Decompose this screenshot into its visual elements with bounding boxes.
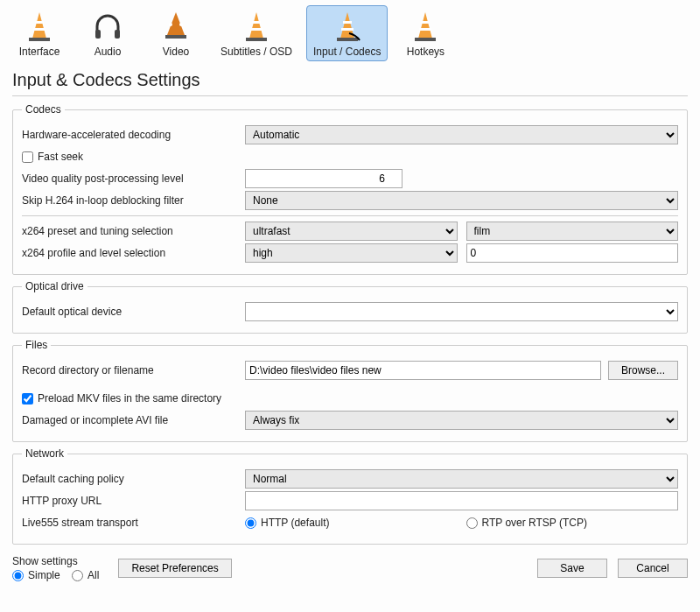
divider xyxy=(22,215,678,216)
film-icon xyxy=(158,9,193,44)
svg-rect-12 xyxy=(250,28,262,31)
x264-preset-label: x264 preset and tuning selection xyxy=(22,225,245,237)
record-dir-input[interactable] xyxy=(245,361,601,380)
preload-mkv-checkbox-label[interactable]: Preload MKV files in the same directory xyxy=(22,392,221,404)
files-legend: Files xyxy=(22,339,51,351)
live555-http-radio-label[interactable]: HTTP (default) xyxy=(245,517,458,529)
fast-seek-checkbox-label[interactable]: Fast seek xyxy=(22,151,83,163)
toolbar-label: Audio xyxy=(94,46,122,58)
hw-decoding-label: Hardware-accelerated decoding xyxy=(22,129,245,141)
network-group: Network Default caching policy Normal HT… xyxy=(12,447,688,545)
svg-rect-21 xyxy=(415,38,436,41)
cone-icon xyxy=(408,9,443,44)
svg-rect-19 xyxy=(421,21,430,24)
network-legend: Network xyxy=(22,447,67,460)
vq-postprocessing-label: Video quality post-processing level xyxy=(22,172,245,185)
svg-rect-17 xyxy=(337,38,358,41)
toolbar-label: Video xyxy=(163,46,189,58)
category-toolbar: Interface Audio Video Subtitles / OSD In… xyxy=(0,0,700,65)
toolbar-item-audio[interactable]: Audio xyxy=(77,5,138,61)
toolbar-label: Interface xyxy=(19,46,60,58)
x264-profile-label: x264 profile and level selection xyxy=(22,247,245,259)
optical-legend: Optical drive xyxy=(22,280,88,292)
toolbar-item-input-codecs[interactable]: Input / Codecs xyxy=(306,5,388,61)
record-dir-label: Record directory or filename xyxy=(22,364,245,376)
x264-profile-select[interactable]: high xyxy=(245,243,458,263)
svg-rect-11 xyxy=(252,21,261,24)
reset-preferences-button[interactable]: Reset Preferences xyxy=(118,559,231,578)
cone-icon xyxy=(239,9,274,44)
svg-rect-2 xyxy=(33,28,46,31)
live555-rtp-radio-label[interactable]: RTP over RTSP (TCP) xyxy=(466,517,679,529)
toolbar-label: Input / Codecs xyxy=(313,46,381,58)
skip-deblocking-select[interactable]: None xyxy=(245,191,678,210)
svg-point-8 xyxy=(169,23,172,26)
toolbar-item-hotkeys[interactable]: Hotkeys xyxy=(395,5,456,61)
svg-rect-7 xyxy=(165,35,186,39)
svg-rect-4 xyxy=(95,30,101,39)
browse-button[interactable]: Browse... xyxy=(608,361,678,380)
cone-icon xyxy=(22,9,57,44)
page-title: Input & Codecs Settings xyxy=(0,65,700,94)
toolbar-item-video[interactable]: Video xyxy=(145,5,206,61)
codecs-legend: Codecs xyxy=(22,103,65,116)
svg-marker-0 xyxy=(32,12,46,39)
svg-marker-18 xyxy=(418,12,432,39)
http-proxy-label: HTTP proxy URL xyxy=(22,495,245,507)
show-simple-radio[interactable] xyxy=(12,570,24,581)
svg-rect-15 xyxy=(343,21,352,24)
caching-policy-label: Default caching policy xyxy=(22,473,245,485)
svg-rect-13 xyxy=(246,38,267,41)
toolbar-item-subtitles[interactable]: Subtitles / OSD xyxy=(214,5,299,61)
http-proxy-input[interactable] xyxy=(245,491,678,510)
preload-mkv-checkbox[interactable] xyxy=(22,393,33,404)
svg-rect-1 xyxy=(35,21,44,24)
svg-rect-3 xyxy=(29,38,50,41)
codecs-group: Codecs Hardware-accelerated decoding Aut… xyxy=(12,103,688,275)
fast-seek-checkbox[interactable] xyxy=(22,151,33,163)
vq-postprocessing-spinner[interactable] xyxy=(245,169,402,188)
live555-rtp-radio[interactable] xyxy=(466,517,478,529)
skip-deblocking-label: Skip H.264 in-loop deblocking filter xyxy=(22,194,245,207)
caching-policy-select[interactable]: Normal xyxy=(245,469,678,489)
live555-label: Live555 stream transport xyxy=(22,517,245,529)
x264-level-input[interactable] xyxy=(466,243,679,263)
optical-group: Optical drive Default optical device xyxy=(12,280,688,334)
toolbar-label: Hotkeys xyxy=(407,46,444,58)
svg-rect-5 xyxy=(115,30,120,39)
footer: Show settings Simple All Reset Preferenc… xyxy=(0,550,700,590)
default-optical-select[interactable] xyxy=(245,302,678,321)
headphones-icon xyxy=(90,9,125,44)
show-all-radio[interactable] xyxy=(72,570,83,581)
cone-plug-icon xyxy=(330,9,365,44)
show-all-radio-label[interactable]: All xyxy=(72,569,99,581)
x264-preset-select[interactable]: ultrafast xyxy=(245,222,458,241)
default-optical-label: Default optical device xyxy=(22,306,245,318)
save-button[interactable]: Save xyxy=(537,559,607,578)
svg-marker-10 xyxy=(249,12,263,39)
show-settings-label: Show settings xyxy=(12,555,108,567)
x264-tuning-select[interactable]: film xyxy=(466,222,679,241)
damaged-avi-label: Damaged or incomplete AVI file xyxy=(22,414,245,426)
files-group: Files Record directory or filename Brows… xyxy=(12,339,688,442)
svg-rect-20 xyxy=(419,28,431,31)
hw-decoding-select[interactable]: Automatic xyxy=(245,125,678,144)
svg-rect-16 xyxy=(341,28,354,31)
live555-http-radio[interactable] xyxy=(245,517,256,529)
show-simple-radio-label[interactable]: Simple xyxy=(12,569,60,581)
divider xyxy=(12,95,688,96)
svg-point-9 xyxy=(179,23,183,26)
toolbar-item-interface[interactable]: Interface xyxy=(9,5,70,61)
toolbar-label: Subtitles / OSD xyxy=(220,46,292,58)
cancel-button[interactable]: Cancel xyxy=(618,559,688,578)
damaged-avi-select[interactable]: Always fix xyxy=(245,411,678,430)
